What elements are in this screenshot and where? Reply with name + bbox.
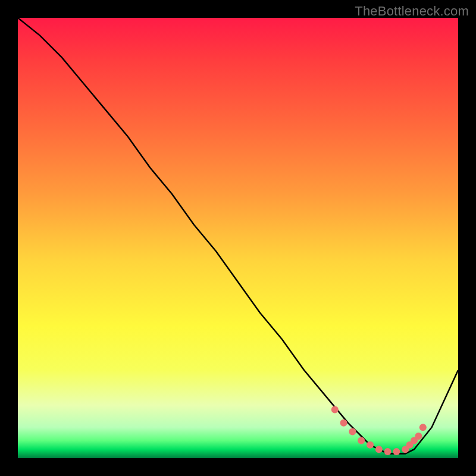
optimal-range-markers xyxy=(331,406,427,455)
optimal-point xyxy=(415,433,422,440)
chart-svg xyxy=(18,18,458,458)
optimal-point xyxy=(358,437,365,444)
optimal-point xyxy=(419,424,427,431)
optimal-point xyxy=(375,446,383,453)
watermark-text: TheBottleneck.com xyxy=(355,4,469,19)
optimal-point xyxy=(384,448,392,455)
optimal-point xyxy=(340,419,347,427)
optimal-point xyxy=(367,441,374,449)
bottleneck-curve xyxy=(18,18,458,454)
optimal-point xyxy=(331,406,339,414)
plot-area xyxy=(18,18,458,458)
optimal-point xyxy=(393,448,400,455)
optimal-point xyxy=(349,428,356,436)
frame: TheBottleneck.com xyxy=(0,0,476,476)
